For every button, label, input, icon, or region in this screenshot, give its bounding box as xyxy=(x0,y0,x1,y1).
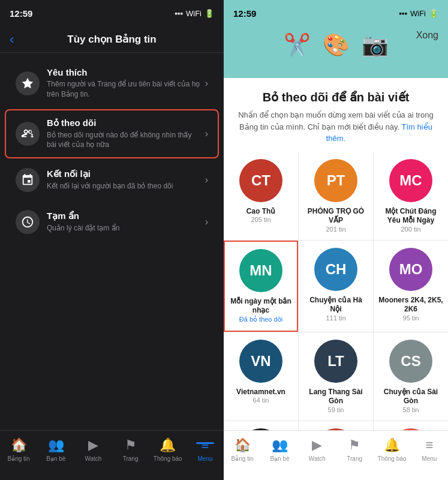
chevron-icon-bo-theo-doi: › xyxy=(205,128,208,139)
status-time-left: 12:59 xyxy=(10,8,32,19)
chevron-icon-ket-noi-lai: › xyxy=(205,175,208,185)
right-nav-label-bang-tin: Bảng tin xyxy=(231,455,254,462)
menu-item-desc-tam-an: Quản lý cài đặt tạm ẩn xyxy=(47,223,200,233)
nav-item-watch[interactable]: ▶ Watch xyxy=(74,437,112,462)
right-nav-bang-tin[interactable]: 🏠 Bảng tin xyxy=(224,437,261,462)
nav-item-menu[interactable]: ≡ Menu xyxy=(187,437,224,462)
grid-item-6[interactable]: VNVietnamnet.vn64 tin xyxy=(224,332,298,421)
right-nav-label-menu: Menu xyxy=(422,455,437,462)
menu-item-icon-yeu-thich xyxy=(16,71,40,95)
right-nav-label-trang: Trang xyxy=(347,455,362,462)
grid-item-count-8: 58 tin xyxy=(403,406,419,413)
wifi-icon-right: WiFi xyxy=(410,9,426,18)
right-nav-label-watch: Watch xyxy=(309,455,326,462)
grid-item-name-0: Cao Thủ xyxy=(246,207,276,217)
nav-item-trang[interactable]: ⚑ Trang xyxy=(112,437,149,462)
nav-label-watch: Watch xyxy=(85,455,101,462)
grid-item-3[interactable]: MNMỗi ngày một bản nhạcĐã bỏ theo dõi xyxy=(224,241,298,332)
menu-item-icon-bo-theo-doi xyxy=(16,122,40,146)
grid-container: CTCao Thủ205 tinPTPHÒNG TRỌ GÒ VẤP201 ti… xyxy=(224,152,448,431)
right-nav-ban-be[interactable]: 👥 Bạn bè xyxy=(261,437,298,462)
avatar-5: MO xyxy=(389,248,432,291)
grid-item-name-1: PHÒNG TRỌ GÒ VẤP xyxy=(303,207,368,226)
wifi-icon: WiFi xyxy=(186,9,202,18)
grid-item-9[interactable]: CPCuồng phim-Review58 tin xyxy=(224,421,298,430)
grid-item-0[interactable]: CTCao Thủ205 tin xyxy=(224,152,298,240)
left-header-title: Tùy chọn Bảng tin xyxy=(67,33,156,46)
menu-item-content-tam-an: Tạm ẩn Quản lý cài đặt tạm ẩn xyxy=(47,211,200,233)
grid-item-name-8: Chuyện của Sài Gòn xyxy=(378,388,443,406)
signal-icon-right: ▪▪▪ xyxy=(399,9,407,18)
grid-item-10[interactable]: TTTrang Trangg52 tin xyxy=(299,421,373,430)
friends-icon: 👥 xyxy=(48,437,64,453)
right-panel: 12:59 ▪▪▪ WiFi 🔋 ✂️ 🎨 📷 Xong Bỏ theo dõi… xyxy=(224,0,448,480)
scissors-icon: ✂️ xyxy=(284,32,311,58)
avatar-9: CP xyxy=(239,428,282,430)
menu-item-title-bo-theo-doi: Bỏ theo dõi xyxy=(47,118,200,128)
avatar-1: PT xyxy=(314,159,357,202)
grid-item-name-4: Chuyện của Hà Nội xyxy=(303,296,368,314)
menu-item-content-yeu-thich: Yêu thích Thêm người và Trang để ưu tiên… xyxy=(47,67,200,100)
menu-item-content-ket-noi-lai: Kết nối lại Kết nối lại với người bạn đã… xyxy=(47,169,200,191)
menu-item-yeu-thich[interactable]: Yêu thích Thêm người và Trang để ưu tiên… xyxy=(5,59,219,108)
palette-icon: 🎨 xyxy=(323,32,350,58)
avatar-10: TT xyxy=(314,428,357,430)
photo-icon: 📷 xyxy=(362,32,389,58)
grid-item-8[interactable]: CSChuyện của Sài Gòn58 tin xyxy=(374,332,448,421)
menu-list: Yêu thích Thêm người và Trang để ưu tiên… xyxy=(0,53,224,430)
status-bar-left: 12:59 ▪▪▪ WiFi 🔋 xyxy=(0,0,224,26)
grid-item-1[interactable]: PTPHÒNG TRỌ GÒ VẤP201 tin xyxy=(299,152,373,240)
right-nav-watch[interactable]: ▶ Watch xyxy=(299,437,336,462)
grid-item-11[interactable]: YNYAN News51 tin xyxy=(374,421,448,430)
grid-item-name-6: Vietnamnet.vn xyxy=(236,388,285,397)
menu-item-title-tam-an: Tạm ẩn xyxy=(47,211,200,221)
status-icons-left: ▪▪▪ WiFi 🔋 xyxy=(175,9,214,18)
grid-item-5[interactable]: MOMooners 2K4, 2K5, 2K695 tin xyxy=(374,241,448,332)
grid-item-4[interactable]: CHChuyện của Hà Nội111 tin xyxy=(299,241,373,332)
nav-label-bang-tin: Bảng tin xyxy=(8,455,30,462)
status-bar-right: 12:59 ▪▪▪ WiFi 🔋 xyxy=(224,0,448,26)
back-button[interactable]: ‹ xyxy=(10,32,14,47)
menu-item-ket-noi-lai[interactable]: Kết nối lại Kết nối lại với người bạn đã… xyxy=(5,160,219,200)
avatar-6: VN xyxy=(239,340,282,383)
avatar-0: CT xyxy=(239,159,282,202)
menu-item-icon-ket-noi-lai xyxy=(16,168,40,192)
menu-item-desc-bo-theo-doi: Bỏ theo dõi người nào đó để không nhìn t… xyxy=(47,130,200,151)
battery-icon: 🔋 xyxy=(205,9,214,18)
right-nav-trang[interactable]: ⚑ Trang xyxy=(336,437,373,462)
left-panel: 12:59 ▪▪▪ WiFi 🔋 ‹ Tùy chọn Bảng tin Yêu… xyxy=(0,0,224,480)
grid-item-count-2: 200 tin xyxy=(401,226,420,233)
nav-item-thong-bao[interactable]: 🔔 Thông báo xyxy=(149,437,187,462)
status-time-right: 12:59 xyxy=(233,8,256,19)
grid-item-status-3: Đã bỏ theo dõi xyxy=(239,316,282,323)
pages-icon: ⚑ xyxy=(125,437,137,453)
right-content: Bỏ theo dõi để ẩn bài viết Nhấn để chọn … xyxy=(224,78,448,430)
right-home-icon: 🏠 xyxy=(234,437,251,453)
right-desc: Nhấn để chọn bạn muốn dừng xem bài viết … xyxy=(233,109,438,145)
menu-item-bo-theo-doi[interactable]: Bỏ theo dõi Bỏ theo dõi người nào đó để … xyxy=(5,109,219,159)
signal-icon: ▪▪▪ xyxy=(175,9,183,18)
nav-item-bang-tin[interactable]: 🏠 Bảng tin xyxy=(0,437,37,462)
menu-item-title-yeu-thich: Yêu thích xyxy=(47,67,200,77)
right-nav-label-ban-be: Bạn bè xyxy=(270,455,289,462)
grid-item-name-3: Mỗi ngày một bản nhạc xyxy=(230,297,292,316)
right-nav-menu[interactable]: ≡ Menu xyxy=(411,437,448,462)
battery-icon-right: 🔋 xyxy=(429,9,438,18)
grid-item-count-6: 64 tin xyxy=(253,397,269,404)
right-nav-thong-bao[interactable]: 🔔 Thông báo xyxy=(373,437,410,462)
right-watch-icon: ▶ xyxy=(312,437,322,453)
grid-item-2[interactable]: MCMột Chút Đáng Yêu Mỗi Ngày200 tin xyxy=(374,152,448,240)
chevron-icon-yeu-thich: › xyxy=(205,78,208,89)
nav-item-ban-be[interactable]: 👥 Bạn bè xyxy=(37,437,74,462)
bottom-nav-left: 🏠 Bảng tin 👥 Bạn bè ▶ Watch ⚑ Trang 🔔 Th… xyxy=(0,430,224,480)
grid-item-name-7: Lang Thang Sài Gòn xyxy=(303,388,368,406)
grid-item-count-7: 59 tin xyxy=(328,406,344,413)
menu-item-tam-an[interactable]: Tạm ẩn Quản lý cài đặt tạm ẩn › xyxy=(5,202,219,242)
menu-item-icon-tam-an xyxy=(16,210,40,234)
menu-item-desc-ket-noi-lai: Kết nối lại với người bạn đã bỏ theo dõi xyxy=(47,181,200,191)
grid-item-7[interactable]: LTLang Thang Sài Gòn59 tin xyxy=(299,332,373,421)
left-header: ‹ Tùy chọn Bảng tin xyxy=(0,26,224,53)
banner-decoration: ✂️ 🎨 📷 xyxy=(284,32,389,58)
bottom-nav-right: 🏠 Bảng tin 👥 Bạn bè ▶ Watch ⚑ Trang 🔔 Th… xyxy=(224,430,448,480)
done-button[interactable]: Xong xyxy=(416,30,438,41)
